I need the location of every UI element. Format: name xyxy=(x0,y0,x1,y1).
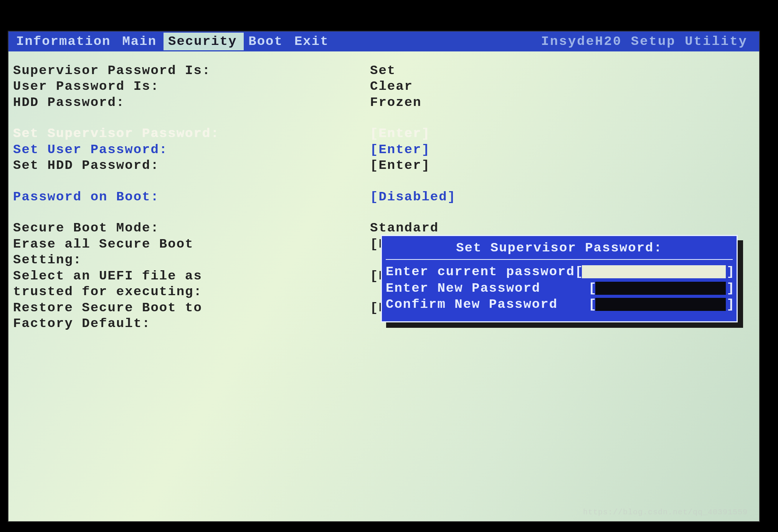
label-confirm-new-password: Confirm New Password xyxy=(386,296,558,313)
bracket-right-icon: ] xyxy=(727,264,733,280)
value-secure-boot-mode: Standard xyxy=(370,220,439,236)
spacer xyxy=(13,205,755,220)
dialog-row-new: Enter New Password [ ] xyxy=(386,280,733,297)
label-password-on-boot: Password on Boot: xyxy=(13,189,370,205)
tab-main[interactable]: Main xyxy=(117,33,164,50)
spacer xyxy=(13,174,755,189)
value-set-user-pw: [Enter] xyxy=(370,142,430,158)
label-set-supervisor-pw: Set Supervisor Password: xyxy=(13,126,370,142)
bracket-left-icon: [ xyxy=(575,264,581,280)
label-enter-new-password: Enter New Password xyxy=(386,280,540,297)
set-supervisor-password-dialog: Set Supervisor Password: Enter current p… xyxy=(381,235,738,322)
value-user-pw-is: Clear xyxy=(370,79,413,94)
row-supervisor-pw-status: Supervisor Password Is: Set xyxy=(13,63,755,79)
tab-information[interactable]: Information xyxy=(12,33,117,50)
label-secure-boot-mode: Secure Boot Mode: xyxy=(13,220,370,236)
tab-exit[interactable]: Exit xyxy=(290,33,336,50)
input-confirm-password[interactable] xyxy=(595,298,726,311)
row-secure-boot-mode[interactable]: Secure Boot Mode: Standard xyxy=(13,220,755,236)
value-password-on-boot: [Disabled] xyxy=(370,189,456,205)
input-new-password[interactable] xyxy=(595,282,726,295)
bios-screen: Information Main Security Boot Exit Insy… xyxy=(8,31,760,522)
label-erase-secure-boot-l2: Setting: xyxy=(13,252,370,268)
bracket-right-icon: ] xyxy=(727,280,733,297)
value-set-hdd-pw: [Enter] xyxy=(370,158,430,173)
dialog-row-current: Enter current password [ ] xyxy=(386,264,733,280)
row-set-supervisor-pw[interactable]: Set Supervisor Password: [Enter] xyxy=(13,126,755,142)
row-hdd-pw-status: HDD Password: Frozen xyxy=(13,95,755,111)
spacer xyxy=(13,111,755,126)
row-user-pw-status: User Password Is: Clear xyxy=(13,79,755,94)
value-set-supervisor-pw: [Enter] xyxy=(370,126,430,142)
bracket-left-icon: [ xyxy=(588,296,595,313)
label-select-uefi-l1: Select an UEFI file as xyxy=(13,268,370,284)
label-set-user-pw: Set User Password: xyxy=(13,142,370,158)
row-password-on-boot[interactable]: Password on Boot: [Disabled] xyxy=(13,189,755,205)
watermark-text: https://blog.csdn.net/qq_40391559 xyxy=(583,508,748,517)
label-hdd-pw: HDD Password: xyxy=(13,95,370,111)
menu-bar: Information Main Security Boot Exit Insy… xyxy=(8,31,759,51)
label-enter-current-password: Enter current password xyxy=(386,264,575,280)
label-user-pw-is: User Password Is: xyxy=(13,79,370,94)
label-supervisor-pw-is: Supervisor Password Is: xyxy=(13,63,370,79)
label-erase-secure-boot-l1: Erase all Secure Boot xyxy=(13,236,370,252)
row-set-hdd-pw[interactable]: Set HDD Password: [Enter] xyxy=(13,158,755,173)
label-set-hdd-pw: Set HDD Password: xyxy=(13,158,370,173)
tab-boot[interactable]: Boot xyxy=(244,33,290,50)
label-select-uefi-l2: trusted for executing: xyxy=(13,284,370,300)
bracket-left-icon: [ xyxy=(588,280,595,297)
brand-title: InsydeH20 Setup Utility xyxy=(541,34,759,49)
label-restore-secure-boot-l1: Restore Secure Boot to xyxy=(13,300,370,316)
input-current-password[interactable] xyxy=(582,265,726,278)
value-hdd-pw: Frozen xyxy=(370,95,421,111)
label-restore-secure-boot-l2: Factory Default: xyxy=(13,316,370,332)
tab-security[interactable]: Security xyxy=(164,33,244,50)
dialog-title: Set Supervisor Password: xyxy=(386,238,733,260)
dialog-row-confirm: Confirm New Password [ ] xyxy=(386,296,733,313)
row-set-user-pw[interactable]: Set User Password: [Enter] xyxy=(13,142,755,158)
bracket-right-icon: ] xyxy=(727,296,733,313)
value-supervisor-pw-is: Set xyxy=(370,63,396,79)
